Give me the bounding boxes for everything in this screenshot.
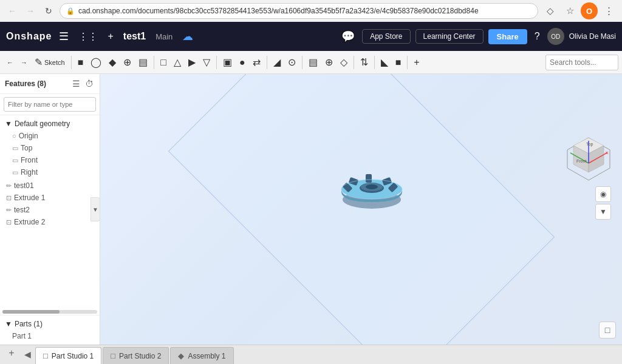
learning-center-button[interactable]: Learning Center bbox=[415, 29, 484, 44]
grid-button[interactable]: ⋮⋮ bbox=[76, 29, 100, 45]
back-button[interactable]: ← bbox=[5, 4, 19, 18]
view-options-button[interactable]: ▼ bbox=[595, 204, 611, 220]
gear-object bbox=[332, 154, 411, 221]
right-plane-item[interactable]: ▭ Right bbox=[0, 166, 100, 178]
toolbar-btn-18[interactable]: ⇅ bbox=[357, 53, 371, 72]
bookmark-button[interactable]: ☆ bbox=[561, 2, 578, 19]
toolbar-btn-14[interactable]: ⊙ bbox=[285, 53, 299, 72]
app-store-button[interactable]: App Store bbox=[362, 29, 410, 44]
test01-label: test01 bbox=[14, 181, 34, 190]
toolbar-btn-10[interactable]: ▣ bbox=[220, 53, 235, 72]
toolbar-btn-7[interactable]: △ bbox=[171, 53, 184, 72]
refresh-button[interactable]: ↻ bbox=[41, 4, 56, 18]
pin-button[interactable]: + bbox=[105, 29, 115, 44]
toolbar-btn-19[interactable]: ◣ bbox=[378, 53, 391, 72]
sidebar-resize-handle[interactable]: ▼ bbox=[91, 197, 100, 221]
main-tab[interactable]: Main bbox=[151, 30, 177, 44]
sketch-button[interactable]: ✎ Sketch bbox=[32, 53, 68, 72]
sidebar-title: Features (8) bbox=[5, 79, 46, 88]
toolbar-separator-6 bbox=[354, 56, 354, 69]
front-plane-label: Front bbox=[21, 156, 38, 164]
top-plane-label: Top bbox=[21, 144, 32, 152]
tab-part-studio-2[interactable]: □ Part Studio 2 bbox=[103, 347, 169, 364]
toolbar-btn-8[interactable]: ▶ bbox=[185, 53, 199, 72]
svg-text:Top: Top bbox=[586, 142, 593, 147]
toolbar-separator-2 bbox=[154, 56, 154, 69]
test2-item[interactable]: ✏ test2 bbox=[0, 204, 100, 216]
plane-icon-right: ▭ bbox=[12, 169, 18, 177]
top-plane-item[interactable]: ▭ Top bbox=[0, 142, 100, 154]
forward-button[interactable]: → bbox=[23, 4, 38, 18]
cloud-icon: ☁ bbox=[182, 30, 193, 43]
search-tools-input[interactable] bbox=[545, 55, 618, 70]
sidebar-history-button[interactable]: ⏱ bbox=[84, 78, 95, 90]
toolbar-btn-5[interactable]: ▤ bbox=[135, 53, 151, 72]
test01-item[interactable]: ✏ test01 bbox=[0, 180, 100, 192]
svg-rect-6 bbox=[366, 174, 372, 183]
sidebar-scrollbar[interactable] bbox=[2, 310, 97, 314]
toolbar-plus-button[interactable]: + bbox=[411, 53, 422, 72]
sidebar-collapse-button[interactable]: ☰ bbox=[71, 78, 81, 90]
tab-part-studio-1[interactable]: □ Part Studio 1 bbox=[35, 347, 101, 364]
bottom-panel-button[interactable]: □ bbox=[599, 322, 616, 339]
add-tab-button[interactable]: + bbox=[5, 346, 18, 360]
right-plane-label: Right bbox=[21, 168, 38, 177]
toolbar-btn-17[interactable]: ◇ bbox=[337, 53, 350, 72]
chevron-down-icon: ▼ bbox=[5, 120, 12, 128]
view-controls: ◉ ▼ bbox=[595, 186, 611, 220]
svg-text:Front: Front bbox=[576, 159, 586, 163]
doc-title: test1 bbox=[123, 31, 146, 42]
toolbar-btn-16[interactable]: ⊕ bbox=[322, 53, 336, 72]
default-geometry-label[interactable]: ▼ Default geometry bbox=[0, 118, 100, 130]
svg-point-9 bbox=[366, 184, 378, 189]
onshape-logo: Onshape bbox=[6, 31, 52, 42]
sketch-icon-test2: ✏ bbox=[6, 206, 12, 214]
app-header: Onshape ☰ ⋮⋮ + test1 Main ☁ 💬 App Store … bbox=[0, 22, 622, 51]
main-content: Features (8) ☰ ⏱ ▼ Default geometry ○ Or… bbox=[0, 74, 622, 345]
more-button[interactable]: ⋮ bbox=[600, 2, 617, 19]
extensions-button[interactable]: ◇ bbox=[542, 2, 559, 19]
part1-item[interactable]: Part 1 bbox=[0, 330, 100, 342]
toolbar-btn-6[interactable]: □ bbox=[157, 53, 169, 72]
toolbar-btn-3[interactable]: ◆ bbox=[106, 53, 119, 72]
toolbar-btn-4[interactable]: ⊕ bbox=[120, 53, 134, 72]
user-avatar[interactable]: OD bbox=[547, 28, 564, 45]
toolbar-btn-15[interactable]: ▤ bbox=[306, 53, 321, 72]
filter-input[interactable] bbox=[4, 97, 96, 112]
help-button[interactable]: ? bbox=[532, 29, 542, 44]
profile-button[interactable]: O bbox=[581, 2, 598, 19]
sketch-label: Sketch bbox=[44, 59, 65, 66]
tab-icon-studio-2: □ bbox=[111, 351, 115, 360]
toolbar-btn-20[interactable]: ■ bbox=[392, 53, 405, 72]
plane-icon-top: ▭ bbox=[12, 144, 18, 152]
sketch-icon-test01: ✏ bbox=[6, 182, 12, 190]
extrude1-item[interactable]: ⊡ Extrude 1 bbox=[0, 192, 100, 204]
extrude2-item[interactable]: ⊡ Extrude 2 bbox=[0, 216, 100, 228]
svg-text:x: x bbox=[606, 150, 609, 155]
tab-assembly-1[interactable]: ◆ Assembly 1 bbox=[170, 347, 233, 364]
toolbar-btn-9[interactable]: ▽ bbox=[200, 53, 213, 72]
toolbar-btn-11[interactable]: ● bbox=[236, 53, 248, 72]
redo-button[interactable]: → bbox=[18, 53, 30, 72]
viewport[interactable]: Top Front x ◉ ▼ □ bbox=[100, 74, 622, 345]
toolbar-btn-2[interactable]: ◯ bbox=[87, 53, 104, 72]
chat-button[interactable]: 💬 bbox=[339, 27, 357, 46]
default-geometry-text: Default geometry bbox=[15, 120, 70, 128]
undo-button[interactable]: ← bbox=[4, 53, 16, 72]
parts-section: ▼ Parts (1) Part 1 bbox=[0, 315, 100, 345]
toolbar-btn-13[interactable]: ◢ bbox=[270, 53, 284, 72]
scroll-tabs-left[interactable]: ◀ bbox=[21, 348, 34, 361]
view-cube[interactable]: Top Front x bbox=[564, 135, 613, 183]
share-button[interactable]: Share bbox=[488, 29, 527, 44]
sidebar-content: ▼ Default geometry ○ Origin ▭ Top ▭ Fron… bbox=[0, 115, 100, 309]
front-plane-item[interactable]: ▭ Front bbox=[0, 154, 100, 166]
hamburger-button[interactable]: ☰ bbox=[56, 27, 71, 46]
parts-group-label[interactable]: ▼ Parts (1) bbox=[0, 318, 100, 330]
toolbar-btn-12[interactable]: ⇄ bbox=[250, 53, 264, 72]
origin-item[interactable]: ○ Origin bbox=[0, 130, 100, 142]
plane-icon-front: ▭ bbox=[12, 157, 18, 164]
origin-label: Origin bbox=[19, 132, 38, 140]
toolbar-separator-3 bbox=[216, 56, 217, 69]
view-fit-button[interactable]: ◉ bbox=[595, 186, 611, 202]
toolbar-btn-1[interactable]: ■ bbox=[75, 53, 87, 72]
